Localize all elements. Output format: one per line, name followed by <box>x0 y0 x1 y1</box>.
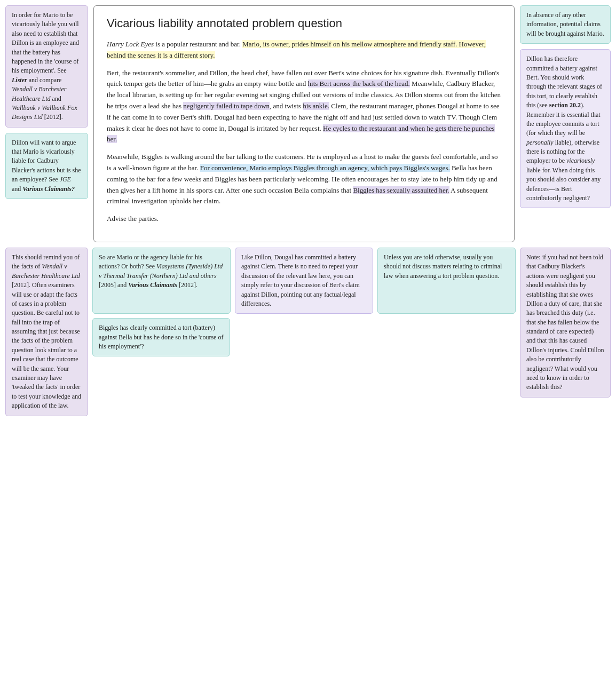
bottom-right-annotation: Note: if you had not been told that Cadb… <box>520 248 611 398</box>
bottom-left-annotation-text: This should remind you of the facts of W… <box>12 253 81 409</box>
main-content: Vicarious liability annotated problem qu… <box>93 5 515 242</box>
bottom-boxes: So are Mario or the agency liable for hi… <box>92 248 516 357</box>
left-annotation-1-text: In order for Mario to be vicariously lia… <box>12 11 79 121</box>
bottom-box-biggles: Biggles has clearly committed a tort (ba… <box>92 318 230 356</box>
right-annotation-1-text: In absence of any other information, pot… <box>526 11 604 37</box>
bottom-box-dougal: Like Dillon, Dougal has committed a batt… <box>235 248 373 314</box>
bottom-right-annotation-text: Note: if you had not been told that Cadb… <box>526 253 604 391</box>
right-annotation-1: In absence of any other information, pot… <box>520 5 611 44</box>
paragraph-2: Bert, the restaurant's sommelier, and Di… <box>107 68 501 146</box>
bottom-section: This should remind you of the facts of W… <box>5 248 611 416</box>
paragraph-1: Harry Lock Eyes is a popular restaurant … <box>107 39 501 61</box>
left-sidebar: In order for Mario to be vicariously lia… <box>5 5 88 242</box>
page-title: Vicarious liability annotated problem qu… <box>107 17 501 30</box>
paragraph-3: Meanwhile, Biggles is walking around the… <box>107 152 501 207</box>
right-annotation-2-text: Dillon has therefore committed a battery… <box>526 55 602 202</box>
bottom-row-bottom: Biggles has clearly committed a tort (ba… <box>92 318 516 356</box>
paragraph-4: Advise the parties. <box>107 213 501 225</box>
highlight-assault: Biggles has sexually assaulted her. <box>353 186 449 194</box>
bottom-box-agency-text: So are Mario or the agency liable for hi… <box>99 253 223 289</box>
right-annotation-2: Dillon has therefore committed a battery… <box>520 49 611 208</box>
bottom-box-criminal-text: Unless you are told otherwise, usually y… <box>384 253 502 280</box>
left-annotation-2: Dillon will want to argue that Mario is … <box>5 133 88 199</box>
highlight-mario-intro: Mario, its owner, prides himself on his … <box>107 40 486 59</box>
main-text: Harry Lock Eyes is a popular restaurant … <box>107 39 501 225</box>
top-section: In order for Mario to be vicariously lia… <box>5 5 611 242</box>
book-title: Harry Lock Eyes <box>107 40 154 48</box>
right-sidebar: In absence of any other information, pot… <box>520 5 611 242</box>
bottom-right-sidebar: Note: if you had not been told that Cadb… <box>520 248 611 398</box>
highlight-agency: For convenience, Mario employs Biggles t… <box>200 164 450 172</box>
bottom-left-sidebar: This should remind you of the facts of W… <box>5 248 88 416</box>
bottom-box-dougal-text: Like Dillon, Dougal has committed a batt… <box>241 253 360 307</box>
bottom-box-agency: So are Mario or the agency liable for hi… <box>92 248 231 314</box>
left-annotation-1: In order for Mario to be vicariously lia… <box>5 5 88 128</box>
bottom-box-criminal: Unless you are told otherwise, usually y… <box>377 248 516 314</box>
highlight-bert-hit: hits Bert across the back of the head. <box>308 80 410 88</box>
bottom-left-annotation: This should remind you of the facts of W… <box>5 248 88 416</box>
bottom-row-top: So are Mario or the agency liable for hi… <box>92 248 516 314</box>
page-container: In order for Mario to be vicariously lia… <box>0 0 616 422</box>
bottom-box-biggles-text: Biggles has clearly committed a tort (ba… <box>99 324 223 350</box>
highlight-ankle: his ankle. <box>303 102 329 110</box>
highlight-dougal-punches: He cycles to the restaurant and when he … <box>107 124 495 144</box>
left-annotation-2-text: Dillon will want to argue that Mario is … <box>12 139 81 193</box>
highlight-negligent: negligently failed to tape down <box>183 102 270 110</box>
